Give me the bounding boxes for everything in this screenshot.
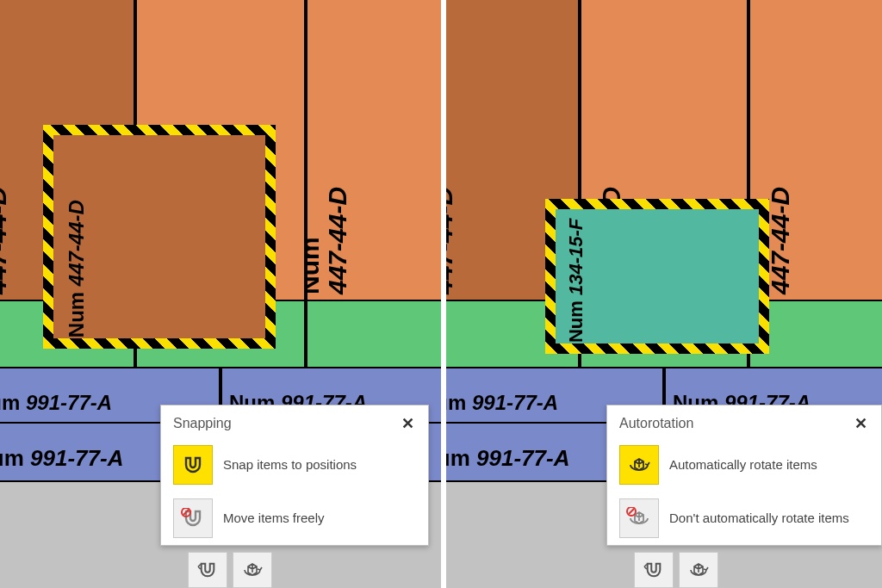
close-icon[interactable]: ✕	[851, 414, 871, 433]
box-orange[interactable]: Num447-44-D	[748, 0, 882, 301]
box-green[interactable]	[748, 300, 882, 368]
popup-title: Autorotation	[619, 416, 693, 431]
snap-off-icon	[173, 498, 213, 538]
autorotate-toggle-button[interactable]	[679, 552, 718, 588]
snapping-popup: Snapping ✕ Snap items to positions Move	[160, 405, 429, 546]
snap-toggle-button[interactable]	[634, 552, 674, 588]
mini-toolbar	[188, 552, 272, 588]
option-snap-off[interactable]: Move items freely	[161, 492, 428, 545]
selected-box[interactable]: Num 134-15-F	[550, 203, 765, 350]
viewport-right[interactable]: Num447-44-D Num447-44-D Num447-44-D Num …	[441, 0, 882, 588]
option-autorotate-on[interactable]: Automatically rotate items	[607, 438, 881, 492]
option-label: Snap items to positions	[223, 457, 416, 473]
option-label: Move items freely	[223, 511, 416, 526]
svg-line-3	[629, 509, 634, 514]
autorotate-toggle-button[interactable]	[233, 552, 272, 588]
option-label: Don't automatically rotate items	[669, 511, 869, 526]
box-green[interactable]	[306, 300, 441, 368]
snap-toggle-button[interactable]	[188, 552, 227, 588]
option-autorotate-off[interactable]: Don't automatically rotate items	[607, 492, 881, 545]
autorotate-off-icon	[619, 498, 659, 538]
popup-title: Snapping	[173, 416, 232, 431]
option-label: Automatically rotate items	[669, 457, 869, 473]
viewport-left[interactable]: Num447-44-D Num447-44-D Num447-44-D Num …	[0, 0, 441, 588]
selected-box[interactable]: Num 447-44-D	[47, 129, 271, 344]
autorotate-on-icon	[619, 445, 659, 485]
autorotation-popup: Autorotation ✕ Automatically rotate item…	[606, 405, 882, 546]
mini-toolbar	[634, 552, 718, 588]
close-icon[interactable]: ✕	[398, 414, 418, 433]
snap-on-icon	[173, 445, 213, 485]
box-orange[interactable]: Num447-44-D	[306, 0, 441, 301]
option-snap-on[interactable]: Snap items to positions	[161, 438, 428, 492]
